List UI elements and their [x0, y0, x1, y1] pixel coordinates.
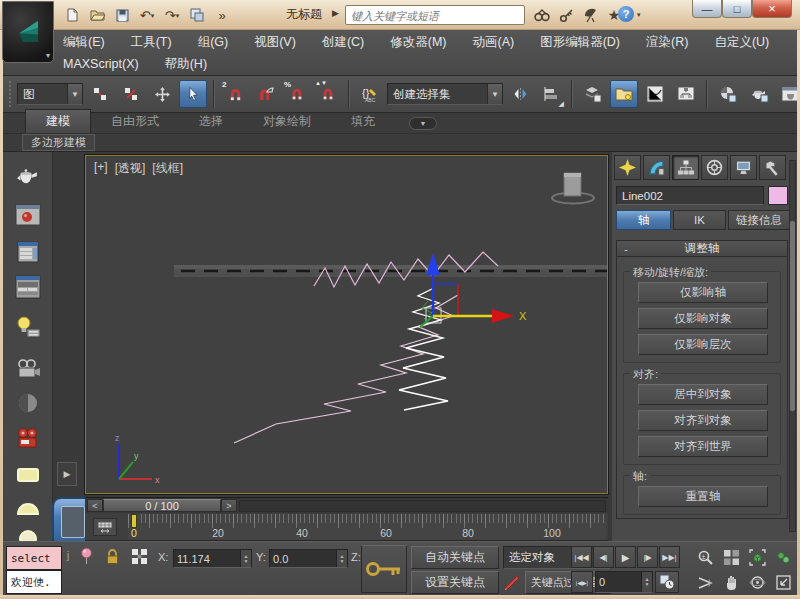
time-slider-track[interactable] [239, 500, 606, 512]
object-color-swatch[interactable] [768, 186, 788, 205]
open-mini-curve-editor-button[interactable] [93, 518, 117, 536]
curve-editor-button[interactable] [641, 80, 669, 108]
center-to-object-button[interactable]: 居中到对象 [638, 384, 768, 405]
frame-ruler[interactable]: 0 20 40 60 80 100 [128, 514, 606, 540]
parameter-collector-button[interactable] [11, 272, 45, 302]
edit-named-selection-sets-button[interactable]: {}ABC [356, 80, 384, 108]
set-key-button[interactable]: 设置关键点 [411, 571, 499, 594]
y-spinner[interactable]: ▲▼ [336, 550, 347, 567]
ribbon-minimize-button[interactable]: ▼ [409, 117, 437, 130]
orbit-button[interactable] [745, 571, 769, 593]
schematic-view-button[interactable] [672, 80, 700, 108]
cylinder-object[interactable] [552, 173, 594, 204]
maximize-viewport-toggle-button[interactable] [771, 571, 795, 593]
undo-button[interactable]: ↶▾ [137, 5, 157, 25]
frame-input[interactable] [596, 576, 641, 588]
menu-maxscript[interactable]: MAXScript(X) [63, 57, 139, 71]
menu-help[interactable]: 帮助(H) [165, 56, 207, 73]
previous-frame-button[interactable]: ◀| [593, 546, 614, 568]
search-communities-button[interactable] [531, 5, 553, 25]
spinner-snap-toggle-button[interactable]: ▲▼ [314, 80, 342, 108]
ribbon-tab-populate[interactable]: 填充 [331, 110, 395, 133]
frame-spinner[interactable]: ▲▼ [641, 572, 652, 592]
affect-pivot-only-button[interactable]: 仅影响轴 [638, 282, 768, 303]
maximize-button[interactable]: □ [722, 0, 752, 18]
ribbon-tab-modeling[interactable]: 建模 [25, 109, 91, 133]
zoom-button[interactable]: ± [693, 546, 717, 568]
chevron-down-icon[interactable]: ▼ [487, 84, 502, 104]
video-camera-button[interactable] [11, 424, 45, 454]
tab-create[interactable] [614, 155, 641, 180]
tab-utilities[interactable] [759, 155, 786, 180]
dome-light-button[interactable] [11, 492, 45, 522]
menu-create[interactable]: 创建(C) [322, 34, 364, 51]
shadow-sphere-button[interactable] [11, 388, 45, 418]
open-file-button[interactable] [87, 5, 107, 25]
next-frame-button[interactable]: |▶ [637, 546, 658, 568]
menu-group[interactable]: 组(G) [198, 34, 229, 51]
snap-toggle-button[interactable]: 2 [221, 80, 249, 108]
go-to-end-button[interactable]: ▶▶| [659, 546, 680, 568]
previous-frame-button[interactable]: < [87, 499, 103, 512]
help-button[interactable]: ? ▾ [618, 6, 641, 22]
menu-modifiers[interactable]: 修改器(M) [390, 34, 446, 51]
toggle-scene-explorer-button[interactable] [610, 80, 638, 108]
ribbon-tab-freeform[interactable]: 自由形式 [91, 110, 179, 133]
auto-key-button[interactable]: 自动关键点 [411, 546, 499, 569]
object-name-field[interactable]: Line002 [616, 186, 764, 205]
reset-pivot-button[interactable]: 重置轴 [638, 486, 768, 507]
minimize-button[interactable]: — [692, 0, 722, 18]
perspective-viewport[interactable]: [+] [透视] [线框] [85, 155, 608, 494]
align-to-object-button[interactable]: 对齐到对象 [638, 410, 768, 431]
toolbar-grip[interactable] [9, 81, 11, 107]
angle-snap-toggle-button[interactable] [252, 80, 280, 108]
application-menu-button[interactable]: ▾ [2, 1, 54, 63]
chevron-down-icon[interactable]: ▼ [67, 84, 82, 104]
new-file-button[interactable] [62, 5, 82, 25]
redo-dropdown-icon[interactable]: ▾ [176, 12, 180, 19]
tab-motion[interactable] [701, 155, 728, 180]
menu-tools[interactable]: 工具(T) [131, 34, 172, 51]
maxscript-listener-line[interactable]: 欢迎使. [6, 570, 62, 594]
affect-object-only-button[interactable]: 仅影响对象 [638, 308, 768, 329]
menu-edit[interactable]: 编辑(E) [63, 34, 105, 51]
subscription-center-button[interactable] [555, 5, 577, 25]
selection-filter-dropdown[interactable]: 图 ▼ [17, 83, 83, 105]
pink-spline-lower[interactable] [234, 295, 458, 443]
percent-snap-toggle-button[interactable]: % [283, 80, 311, 108]
select-object-button[interactable] [179, 80, 207, 108]
listener-handle[interactable]: j [67, 550, 69, 561]
select-and-link-button[interactable] [86, 80, 114, 108]
communication-center-button[interactable] [579, 5, 601, 25]
undo-dropdown-icon[interactable]: ▾ [151, 12, 155, 19]
rendered-frame-window-button-left[interactable] [11, 200, 45, 230]
align-to-world-button[interactable]: 对齐到世界 [638, 436, 768, 457]
tab-hierarchy[interactable] [672, 155, 699, 180]
pan-view-button[interactable] [719, 571, 743, 593]
unlink-selection-button[interactable] [117, 80, 145, 108]
menu-animation[interactable]: 动画(A) [472, 34, 514, 51]
qat-overflow-button[interactable]: » [212, 5, 232, 25]
field-of-view-button[interactable] [693, 571, 717, 593]
viewport-general-menu[interactable]: [+] [94, 160, 108, 177]
zoom-extents-all-button[interactable] [771, 546, 795, 568]
next-frame-button[interactable]: > [221, 499, 237, 512]
viewport-pov-menu[interactable]: [透视] [115, 160, 146, 177]
manage-layers-button[interactable] [579, 80, 607, 108]
ik-tab-button[interactable]: IK [673, 210, 726, 230]
selection-lock-button[interactable] [105, 548, 120, 565]
affect-hierarchy-only-button[interactable]: 仅影响层次 [638, 334, 768, 355]
pivot-tab-button[interactable]: 轴 [616, 210, 671, 230]
rect-light-button[interactable] [11, 460, 45, 490]
menu-customize[interactable]: 自定义(U) [714, 34, 769, 51]
select-and-move-button[interactable] [148, 80, 176, 108]
y-input[interactable] [270, 553, 336, 565]
adjust-pivot-rollout-header[interactable]: - 调整轴 [616, 240, 788, 257]
close-button[interactable]: × [752, 0, 792, 18]
title-flyout-icon[interactable]: ▶ [332, 9, 339, 18]
light-lister-button[interactable] [11, 312, 45, 342]
menu-views[interactable]: 视图(V) [254, 34, 296, 51]
parameter-editor-button[interactable] [11, 237, 45, 267]
save-file-button[interactable] [112, 5, 132, 25]
key-mode-toggle-button[interactable]: |◀▶| [571, 571, 593, 593]
